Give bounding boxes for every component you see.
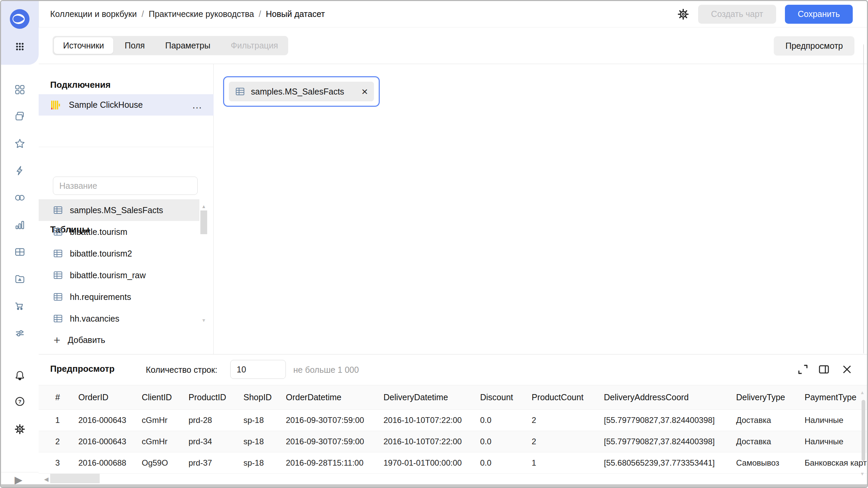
table-name: bibattle.tourism_raw <box>70 270 146 280</box>
table-list-item[interactable]: samples.MS_SalesFacts <box>39 199 199 221</box>
breadcrumb-item-1[interactable]: Практические руководства <box>149 9 254 19</box>
view-tabs: ИсточникиПоляПараметрыФильтрация <box>53 36 288 55</box>
list-scrollbar-thumb[interactable] <box>200 210 207 234</box>
sidebar-item-services[interactable] <box>14 328 25 339</box>
sidebar-item-storage[interactable] <box>14 273 25 285</box>
cell: Доставка <box>736 415 805 425</box>
breadcrumb-item-2[interactable]: Новый датасет <box>266 9 325 19</box>
column-header: ShopID <box>243 392 286 402</box>
table-icon <box>235 86 245 97</box>
sidebar-item-favorites[interactable] <box>14 138 25 149</box>
create-chart-button[interactable]: Создать чарт <box>698 5 776 24</box>
preview-title: Предпросмотр <box>50 364 115 374</box>
sources-panel: Подключения Sample ClickHouse … Таблицы … <box>39 64 214 354</box>
settings-button[interactable] <box>14 424 25 435</box>
tab-parameters[interactable]: Параметры <box>155 36 220 55</box>
dataset-settings-button[interactable] <box>677 8 689 20</box>
vscroll-up-icon[interactable]: ▲ <box>860 390 865 395</box>
cell: 1970-01-01T00:00:00 <box>383 458 480 468</box>
table-name: hh.requirements <box>70 292 131 302</box>
notifications-button[interactable] <box>14 370 25 381</box>
breadcrumb-separator: / <box>142 9 144 19</box>
top-bar-actions: Создать чарт Сохранить <box>677 5 853 24</box>
section-divider <box>39 147 214 147</box>
column-header: ProductID <box>189 392 243 402</box>
list-scroll-up-icon[interactable]: ▲ <box>201 204 206 209</box>
help-button[interactable]: ? <box>14 396 25 407</box>
preview-vscrollbar-thumb[interactable] <box>862 400 865 461</box>
cell: 2016-000643 <box>78 415 142 425</box>
column-header: # <box>55 392 78 402</box>
table-list-item[interactable]: bibattle.tourism2 <box>39 243 199 264</box>
hscroll-left-icon[interactable]: ◀ <box>44 476 48 483</box>
datalens-logo-icon[interactable] <box>10 9 29 29</box>
preview-split-view-button[interactable] <box>817 363 830 376</box>
clickhouse-icon <box>50 99 61 111</box>
cell: 0.0 <box>480 437 532 446</box>
preview-toggle-button[interactable]: Предпросмотр <box>774 36 854 56</box>
expand-sidebar-button[interactable]: ▶ <box>15 474 22 486</box>
preview-panel: Предпросмотр Количество строк: не больше… <box>39 354 867 487</box>
column-header: OrderID <box>78 392 142 402</box>
tab-sources[interactable]: Источники <box>54 37 113 54</box>
cell: Og59O <box>142 458 189 468</box>
datalens-dataset-editor: ? ▶ Коллекции и воркбуки/Практические ру… <box>0 0 868 488</box>
table-row: 22016-000643cGmHrprd-34sp-182016-09-30T0… <box>39 431 867 452</box>
apps-grid-icon[interactable] <box>14 41 25 52</box>
column-header: DeliveryAddressCoord <box>604 392 736 402</box>
cell: 0.0 <box>480 458 532 468</box>
cell: Самовывоз <box>736 458 805 468</box>
preview-hscrollbar-thumb[interactable] <box>50 474 100 483</box>
preview-expand-button[interactable] <box>796 363 809 376</box>
sidebar-item-datasets[interactable] <box>14 192 25 203</box>
add-table-button[interactable]: + Добавить <box>39 329 199 351</box>
breadcrumb-item-0[interactable]: Коллекции и воркбуки <box>50 9 137 19</box>
column-header: OrderDatetime <box>286 392 383 402</box>
cell: 2 <box>55 437 78 446</box>
table-list-item[interactable]: bibattle.tourism <box>39 221 199 243</box>
remove-source-button[interactable]: × <box>361 86 368 97</box>
sidebar-logo-area <box>1 1 39 65</box>
cell: 0.0 <box>480 415 532 425</box>
preview-close-button[interactable] <box>841 363 853 376</box>
row-count-input[interactable] <box>230 360 286 379</box>
tab-fields[interactable]: Поля <box>115 36 155 55</box>
table-name: bibattle.tourism2 <box>70 249 132 259</box>
cell: Наличные <box>805 437 867 446</box>
table-list-item[interactable]: hh.requirements <box>39 286 199 308</box>
table-name: hh.vacancies <box>70 314 119 324</box>
preview-table-body: 12016-000643cGmHrprd-28sp-182016-09-30T0… <box>39 410 867 474</box>
sidebar-item-marketplace[interactable] <box>14 301 25 312</box>
tab-filtering[interactable]: Фильтрация <box>220 36 288 55</box>
sidebar-footer-divider <box>1 472 39 472</box>
save-button[interactable]: Сохранить <box>785 5 853 24</box>
preview-header: Предпросмотр Количество строк: не больше… <box>39 354 867 385</box>
selected-source-chip[interactable]: samples.MS_SalesFacts × <box>223 76 380 107</box>
cell: prd-37 <box>189 458 243 468</box>
sidebar-item-workbooks[interactable] <box>14 111 25 122</box>
sidebar-item-charts[interactable] <box>14 219 25 230</box>
table-list-item[interactable]: bibattle.tourism_raw <box>39 264 199 286</box>
table-list-item[interactable]: hh.vacancies <box>39 308 199 329</box>
canvas-scrollbar[interactable] <box>863 44 864 353</box>
sidebar-item-connections[interactable] <box>14 165 25 176</box>
cell: 3 <box>55 458 78 468</box>
cell: 2016-10-10T07:22:00 <box>383 437 480 446</box>
sources-canvas: samples.MS_SalesFacts × <box>214 64 867 354</box>
bottom-scrollbar-strip[interactable] <box>1 484 867 487</box>
vscroll-down-icon[interactable]: ▼ <box>860 471 865 476</box>
preview-table-header-row: #OrderIDClientIDProductIDShopIDOrderDate… <box>39 385 867 410</box>
cell: 2016-09-30T07:59:00 <box>286 415 383 425</box>
sidebar-item-collections[interactable] <box>14 84 25 95</box>
cell: Доставка <box>736 437 805 446</box>
list-scroll-down-icon[interactable]: ▼ <box>201 318 206 323</box>
sidebar-item-dashboards[interactable] <box>14 246 25 258</box>
column-header: ProductCount <box>532 392 604 402</box>
connection-menu-button[interactable]: … <box>192 102 203 108</box>
svg-text:?: ? <box>18 399 21 404</box>
table-search-input[interactable] <box>53 177 198 195</box>
table-name: samples.MS_SalesFacts <box>70 205 163 215</box>
column-header: ClientID <box>142 392 189 402</box>
close-icon: × <box>361 85 368 98</box>
connection-item[interactable]: Sample ClickHouse … <box>39 94 214 116</box>
